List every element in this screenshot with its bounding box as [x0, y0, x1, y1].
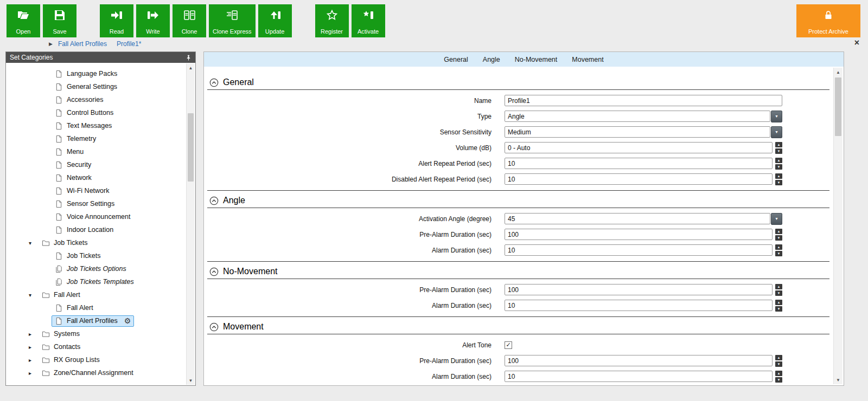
tree-item-text-messages[interactable]: Text Messages ⚙ [6, 119, 186, 132]
collapse-icon[interactable] [209, 78, 219, 87]
tree-item-fall-alert-profiles[interactable]: Fall Alert Profiles ⚙ [6, 314, 186, 327]
tree-item-job-tickets-templates[interactable]: Job Tickets Templates ⚙ [6, 275, 186, 288]
breadcrumb-link[interactable]: Fall Alert Profiles [58, 40, 107, 48]
tree-item-control-buttons[interactable]: Control Buttons ⚙ [6, 106, 186, 119]
sidebar-scrollbar[interactable]: ▲ ▼ [186, 63, 195, 385]
tree-item-job-tickets[interactable]: ▾ Job Tickets ⚙ [6, 236, 186, 249]
scroll-down-icon[interactable]: ▼ [834, 376, 843, 384]
tree-item-fall-alert[interactable]: Fall Alert ⚙ [6, 301, 186, 314]
tab-movement[interactable]: Movement [572, 56, 603, 63]
alarm-duration-sec-input[interactable] [505, 244, 773, 256]
volume-db-decrement-button[interactable]: ▼ [775, 148, 782, 154]
expander-icon[interactable]: ▾ [29, 292, 39, 298]
tree-item-menu[interactable]: Menu ⚙ [6, 145, 186, 158]
alarm-duration-sec-increment-button[interactable]: ▲ [775, 371, 782, 376]
alert-repeat-period-sec-decrement-button[interactable]: ▼ [775, 164, 782, 170]
open-button[interactable]: Open [7, 4, 40, 37]
expander-icon[interactable]: ▸ [29, 331, 39, 337]
scroll-up-icon[interactable]: ▲ [187, 63, 195, 72]
main-scroll-thumb[interactable] [835, 77, 841, 136]
pre-alarm-duration-sec-increment-button[interactable]: ▲ [775, 355, 782, 360]
tree-item-job-tickets[interactable]: Job Tickets ⚙ [6, 249, 186, 262]
sensor-sensitivity-dropdown-button[interactable]: ▼ [771, 126, 782, 138]
tree-item-accessories[interactable]: Accessories ⚙ [6, 93, 186, 106]
pre-alarm-duration-sec-decrement-button[interactable]: ▼ [775, 235, 782, 241]
tree-item-job-tickets-options[interactable]: Job Tickets Options ⚙ [6, 262, 186, 275]
write-button[interactable]: Write [136, 4, 170, 37]
scroll-down-icon[interactable]: ▼ [187, 376, 195, 385]
name-input[interactable] [505, 95, 782, 106]
protect-archive-button[interactable]: Protect Archive [796, 4, 860, 37]
tab-no-movement[interactable]: No-Movement [515, 56, 558, 63]
breadcrumb-arrow-icon[interactable]: ▶ [49, 41, 53, 47]
alarm-duration-sec-input[interactable] [505, 371, 773, 382]
update-button[interactable]: Update [258, 4, 292, 37]
alarm-duration-sec-decrement-button[interactable]: ▼ [775, 251, 782, 256]
pre-alarm-duration-sec-decrement-button[interactable]: ▼ [775, 361, 782, 367]
type-input[interactable] [505, 111, 770, 122]
tree-item-rx-group-lists[interactable]: ▸ RX Group Lists ⚙ [6, 353, 186, 366]
activation-angle-degree-dropdown-button[interactable]: ▼ [771, 213, 782, 225]
expander-icon[interactable]: ▾ [29, 240, 39, 246]
activate-button[interactable]: Activate [352, 4, 385, 37]
expander-icon[interactable]: ▸ [29, 344, 39, 350]
tree-item-language-packs[interactable]: Language Packs ⚙ [6, 67, 186, 80]
collapse-icon[interactable] [209, 322, 219, 332]
save-button[interactable]: Save [43, 4, 76, 37]
alert-repeat-period-sec-increment-button[interactable]: ▲ [775, 158, 782, 163]
alarm-duration-sec-increment-button[interactable]: ▲ [775, 300, 782, 305]
volume-db-input[interactable] [505, 142, 773, 153]
alarm-duration-sec-decrement-button[interactable]: ▼ [775, 306, 782, 312]
alert-repeat-period-sec-input[interactable] [505, 158, 773, 169]
register-button[interactable]: Register [315, 4, 349, 37]
pin-icon[interactable] [186, 55, 192, 61]
sidebar-scroll-thumb[interactable] [188, 113, 194, 182]
clone-button[interactable]: Clone [173, 4, 206, 37]
section-header[interactable]: No-Movement [207, 264, 829, 279]
expander-icon[interactable]: ▸ [29, 370, 39, 376]
tree-item-voice-announcement[interactable]: Voice Announcement ⚙ [6, 210, 186, 223]
tree-item-fall-alert[interactable]: ▾ Fall Alert ⚙ [6, 288, 186, 301]
collapse-icon[interactable] [209, 267, 219, 276]
tree-item-systems[interactable]: ▸ Systems ⚙ [6, 327, 186, 340]
collapse-icon[interactable] [209, 196, 219, 205]
alarm-duration-sec-decrement-button[interactable]: ▼ [775, 377, 782, 383]
tree-item-sensor-settings[interactable]: Sensor Settings ⚙ [6, 197, 186, 210]
disabled-alert-repeat-period-sec-increment-button[interactable]: ▲ [775, 173, 782, 179]
section-header[interactable]: General [207, 75, 829, 90]
volume-db-increment-button[interactable]: ▲ [775, 142, 782, 147]
pre-alarm-duration-sec-input[interactable] [505, 284, 773, 295]
main-scrollbar[interactable]: ▲ ▼ [833, 68, 843, 384]
tree-item-security[interactable]: Security ⚙ [6, 158, 186, 171]
pre-alarm-duration-sec-increment-button[interactable]: ▲ [775, 284, 782, 289]
alarm-duration-sec-input[interactable] [505, 300, 773, 311]
pre-alarm-duration-sec-increment-button[interactable]: ▲ [775, 229, 782, 234]
pre-alarm-duration-sec-input[interactable] [505, 355, 773, 366]
tree-item-wi-fi-network[interactable]: Wi-Fi Network ⚙ [6, 184, 186, 197]
tab-general[interactable]: General [444, 56, 468, 63]
close-icon[interactable]: × [854, 38, 859, 47]
clone-express-button[interactable]: Clone Express [209, 4, 256, 37]
tree-item-contacts[interactable]: ▸ Contacts ⚙ [6, 340, 186, 353]
tree-item-telemetry[interactable]: Telemetry ⚙ [6, 132, 186, 145]
scroll-up-icon[interactable]: ▲ [834, 68, 843, 76]
section-header[interactable]: Movement [207, 320, 829, 334]
tab-angle[interactable]: Angle [483, 56, 500, 63]
tree-item-indoor-location[interactable]: Indoor Location ⚙ [6, 223, 186, 236]
expander-icon[interactable]: ▸ [29, 357, 39, 363]
type-dropdown-button[interactable]: ▼ [771, 111, 782, 122]
activation-angle-degree-input[interactable] [505, 213, 770, 224]
gear-icon[interactable]: ⚙ [124, 317, 131, 325]
breadcrumb-link[interactable]: Profile1* [117, 40, 141, 48]
tree-item-general-settings[interactable]: General Settings ⚙ [6, 80, 186, 93]
alert-tone-checkbox[interactable]: ✓ [505, 341, 512, 349]
disabled-alert-repeat-period-sec-input[interactable] [505, 173, 773, 185]
pre-alarm-duration-sec-input[interactable] [505, 229, 773, 240]
alarm-duration-sec-increment-button[interactable]: ▲ [775, 244, 782, 250]
section-header[interactable]: Angle [207, 193, 829, 208]
pre-alarm-duration-sec-decrement-button[interactable]: ▼ [775, 290, 782, 296]
read-button[interactable]: Read [100, 4, 133, 37]
sensor-sensitivity-input[interactable] [505, 126, 770, 138]
tree-item-zone-channel-assignment[interactable]: ▸ Zone/Channel Assignment ⚙ [6, 366, 186, 379]
tree-item-network[interactable]: Network ⚙ [6, 171, 186, 184]
